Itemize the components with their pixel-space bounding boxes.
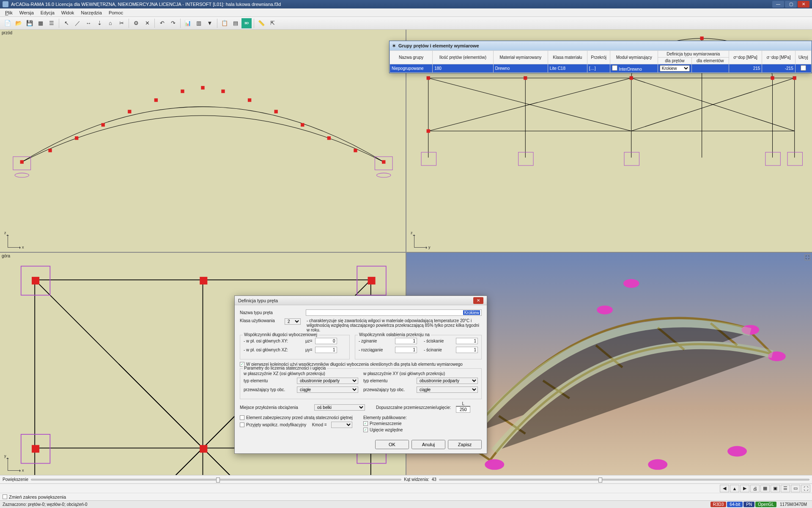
gear-icon[interactable]: ⚙ bbox=[131, 18, 141, 28]
new-icon[interactable]: 📄 bbox=[3, 18, 13, 28]
col-def-elem[interactable]: dla elementów bbox=[691, 58, 729, 64]
col-modul[interactable]: Moduł wymiarujący bbox=[610, 51, 658, 64]
col-sigma-m[interactable]: σ⁻dop [MPa] bbox=[762, 51, 796, 64]
results-icon[interactable]: ▥ bbox=[194, 18, 204, 28]
col-def[interactable]: Definicja typu wymiarowania bbox=[658, 51, 729, 58]
col-sigma-p[interactable]: σ⁺dop [MPa] bbox=[729, 51, 762, 64]
mu-y-field[interactable] bbox=[315, 347, 337, 353]
przem-checkbox[interactable]: ✓ bbox=[363, 421, 368, 426]
open-icon[interactable]: 📂 bbox=[14, 18, 24, 28]
angle-label: Kąt widzenia: bbox=[404, 477, 429, 482]
3d-icon[interactable]: 3D bbox=[241, 18, 252, 28]
titlebar: ArCADia-RAMA 16.0 Licencja dla WEWNĘTRZN… bbox=[0, 0, 812, 8]
nav-left-icon[interactable]: ◀ bbox=[720, 485, 729, 492]
cut-icon[interactable]: ✂ bbox=[116, 18, 126, 28]
table-icon[interactable]: ▤ bbox=[230, 18, 241, 28]
measure-icon[interactable]: 📏 bbox=[256, 18, 266, 28]
save-icon[interactable]: 💾 bbox=[25, 18, 35, 28]
frame-icon[interactable]: ▭ bbox=[791, 485, 800, 492]
mu-z-field[interactable] bbox=[315, 338, 337, 344]
load-icon[interactable]: ⇣ bbox=[94, 18, 104, 28]
def-prety-select[interactable]: Krokiew bbox=[660, 65, 690, 72]
line-icon[interactable]: ／ bbox=[72, 18, 82, 28]
svg-rect-50 bbox=[32, 277, 39, 284]
svg-point-67 bbox=[648, 459, 667, 470]
menu-edycja[interactable]: Edycja bbox=[37, 9, 58, 16]
col-przekroj[interactable]: Przekrój bbox=[587, 51, 610, 64]
minimize-button[interactable]: — bbox=[772, 1, 784, 8]
col-nazwa[interactable]: Nazwa grupy bbox=[390, 51, 433, 64]
ugiecie-checkbox[interactable]: ✓ bbox=[363, 428, 368, 432]
col-ukryj[interactable]: Ukryj bbox=[795, 51, 811, 64]
delete-icon[interactable]: ✕ bbox=[142, 18, 152, 28]
render-icon[interactable]: ▣ bbox=[771, 485, 780, 492]
filter-icon[interactable]: ▼ bbox=[205, 18, 215, 28]
dimension-icon[interactable]: ↔ bbox=[83, 18, 93, 28]
klasa-select[interactable]: 2 bbox=[285, 318, 301, 325]
undo-icon[interactable]: ↶ bbox=[157, 18, 167, 28]
rozciaganie-field[interactable] bbox=[395, 347, 417, 353]
maximize-button[interactable]: ▢ bbox=[785, 1, 797, 8]
menu-pomoc[interactable]: Pomoc bbox=[105, 9, 126, 16]
zmien-zakres-label: Zmień zakres powiększenia bbox=[9, 494, 66, 500]
full-icon[interactable]: ⛶ bbox=[801, 485, 810, 492]
svg-rect-13 bbox=[354, 149, 357, 152]
close-button[interactable]: ✕ bbox=[798, 1, 809, 8]
menu-narzedzia[interactable]: Narzędzia bbox=[77, 9, 105, 16]
typ-elem-xz-select[interactable]: obustronnie podparty bbox=[297, 378, 358, 384]
zoom-slider[interactable] bbox=[31, 479, 401, 480]
calc-icon[interactable]: 📊 bbox=[183, 18, 193, 28]
svg-rect-38 bbox=[421, 152, 436, 166]
list-icon[interactable]: ☰ bbox=[47, 18, 57, 28]
table-row[interactable]: Niepogrupowane 180 Drewno Lite C18 […] I… bbox=[390, 64, 812, 73]
typ-elem-xy-select[interactable]: obustronnie podparty bbox=[417, 378, 478, 384]
wire-icon[interactable]: ☰ bbox=[781, 485, 790, 492]
angle-slider[interactable] bbox=[439, 479, 809, 480]
menubar: PPliklik Wersja Edycja Widok Narzędzia P… bbox=[0, 8, 812, 17]
nav-up-icon[interactable]: ▲ bbox=[730, 485, 739, 492]
dialog-titlebar[interactable]: Definicja typu pręta ✕ bbox=[235, 296, 487, 305]
modul-check[interactable] bbox=[612, 65, 617, 71]
nav-right-icon[interactable]: ▶ bbox=[740, 485, 749, 492]
nazwa-label: Nazwa typu pręta bbox=[240, 310, 303, 315]
export-icon[interactable]: ⇱ bbox=[267, 18, 277, 28]
nazwa-field[interactable]: Krokiew bbox=[463, 310, 480, 315]
svg-rect-31 bbox=[427, 76, 430, 80]
zmien-zakres-checkbox[interactable] bbox=[3, 494, 7, 499]
arrow-icon[interactable]: ↖ bbox=[61, 18, 71, 28]
ukryj-check[interactable] bbox=[801, 65, 806, 71]
col-ilosc[interactable]: Ilość prętów (elementów) bbox=[433, 51, 494, 64]
sciskanie-field[interactable] bbox=[456, 338, 478, 344]
zginanie-field[interactable] bbox=[395, 338, 417, 344]
viewport-front[interactable]: przód z x bbox=[0, 30, 406, 252]
col-material[interactable]: Materiał wymiarowany bbox=[493, 51, 548, 64]
groups-window[interactable]: ✶ Grupy prętów i elementy wymiarowe Nazw… bbox=[389, 41, 812, 73]
kmod-select[interactable] bbox=[331, 422, 352, 428]
groups-window-title[interactable]: ✶ Grupy prętów i elementy wymiarowe bbox=[390, 41, 812, 50]
menu-plik[interactable]: PPliklik bbox=[2, 9, 16, 16]
col-klasa[interactable]: Klasa materiału bbox=[548, 51, 587, 64]
menu-widok[interactable]: Widok bbox=[58, 9, 78, 16]
miejsce-select[interactable]: oś belki bbox=[314, 404, 365, 411]
przew-xz-select[interactable]: ciągłe bbox=[297, 387, 358, 393]
menu-wersja[interactable]: Wersja bbox=[16, 9, 37, 16]
struct-icon[interactable]: ⌂ bbox=[105, 18, 115, 28]
print-icon[interactable]: 🖨 bbox=[750, 485, 760, 492]
layers-icon[interactable]: ▦ bbox=[760, 485, 770, 492]
col-def-prety[interactable]: dla prętów bbox=[658, 58, 691, 64]
ok-button[interactable]: OK bbox=[375, 440, 409, 449]
app-title: ArCADia-RAMA 16.0 Licencja dla WEWNĘTRZN… bbox=[11, 2, 281, 7]
przew-xy-select[interactable]: ciągłe bbox=[417, 387, 478, 393]
dialog-close-button[interactable]: ✕ bbox=[473, 297, 483, 304]
scinanie-field[interactable] bbox=[456, 347, 478, 353]
anuluj-button[interactable]: Anuluj bbox=[411, 440, 445, 449]
svg-rect-9 bbox=[248, 98, 251, 102]
grid-icon[interactable]: ▦ bbox=[36, 18, 46, 28]
zabezp-checkbox[interactable] bbox=[240, 415, 244, 420]
status-selection: Zaznaczono: prętów-0; węzłów-0; obciążeń… bbox=[3, 502, 88, 507]
przyj-checkbox[interactable] bbox=[240, 422, 244, 427]
redo-icon[interactable]: ↷ bbox=[168, 18, 178, 28]
report-icon[interactable]: 📋 bbox=[219, 18, 230, 28]
zapisz-button[interactable]: Zapisz bbox=[448, 440, 482, 449]
dopuszcz-den-field[interactable] bbox=[456, 406, 470, 413]
